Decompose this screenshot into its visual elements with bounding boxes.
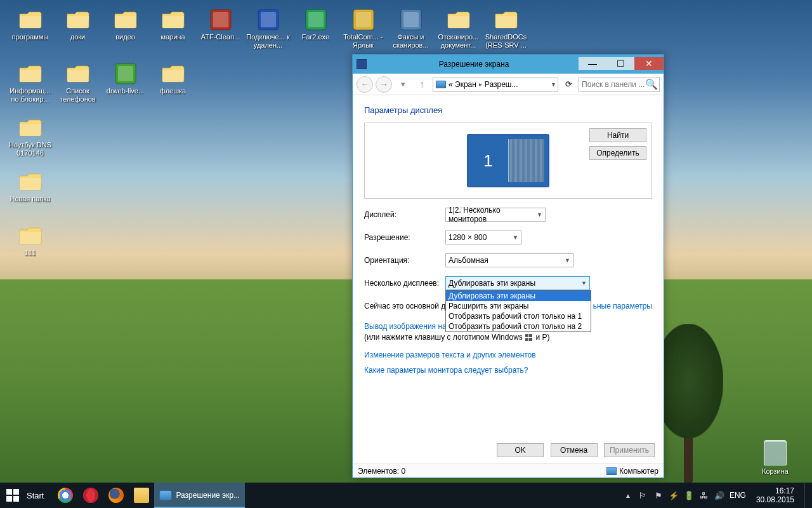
back-button[interactable]: ← xyxy=(357,76,373,93)
maximize-button[interactable]: ☐ xyxy=(606,57,634,70)
status-computer: Компьютер xyxy=(619,467,658,476)
search-icon: 🔍 xyxy=(645,78,658,90)
windows-key-icon xyxy=(525,334,534,342)
desktop-icon[interactable]: ATF-Clean... xyxy=(197,6,244,58)
desktop: программыдокивидеомаринаATF-Clean...Подк… xyxy=(0,0,812,508)
desktop-icon[interactable]: Новая папка xyxy=(6,168,54,220)
show-desktop-button[interactable] xyxy=(804,483,809,508)
svg-rect-9 xyxy=(403,12,419,27)
taskbar-active-window[interactable]: Разрешение экр... xyxy=(154,483,245,508)
tray-clock[interactable]: 16:17 30.08.2015 xyxy=(751,486,799,504)
titlebar[interactable]: Разрешение экрана — ☐ ✕ xyxy=(353,55,664,74)
atf-icon xyxy=(207,8,234,32)
minimize-button[interactable]: — xyxy=(579,57,606,70)
chevron-down-icon: ▼ xyxy=(565,257,570,264)
svg-rect-7 xyxy=(356,12,371,27)
breadcrumb-part-2[interactable]: Разреш... xyxy=(485,80,518,89)
tray-flag-icon[interactable]: 🏳 xyxy=(638,490,648,500)
drweb-icon xyxy=(112,62,139,86)
desktop-icon-label: SharedDOCs (RES-SRV ... xyxy=(483,33,529,50)
desktop-icon[interactable]: Список телефонов xyxy=(54,60,102,112)
folder-icon xyxy=(160,8,187,32)
desktop-icon[interactable]: программы xyxy=(6,6,54,58)
svg-rect-1 xyxy=(213,12,228,27)
recent-locations-button[interactable]: ▾ xyxy=(395,76,411,93)
desktop-icon[interactable]: Far2.exe xyxy=(292,6,339,58)
advanced-settings-link[interactable]: ьные параметры xyxy=(593,302,652,311)
address-dropdown-icon[interactable]: ▾ xyxy=(552,81,555,88)
desktop-icon[interactable]: Информац... по блокир... xyxy=(6,60,54,112)
multi-display-option[interactable]: Отобразить рабочий стол только на 1 xyxy=(446,311,591,321)
breadcrumb-part-1[interactable]: « Экран xyxy=(449,80,476,89)
start-button[interactable] xyxy=(0,483,25,508)
windows-logo-icon xyxy=(6,489,19,502)
desktop-icon[interactable]: флешка xyxy=(149,60,197,112)
tray-overflow-button[interactable]: ▲ xyxy=(623,490,633,500)
folder-icon xyxy=(17,170,44,194)
find-button[interactable]: Найти xyxy=(589,128,646,142)
tray-language[interactable]: ENG xyxy=(730,491,746,500)
taskbar-firefox[interactable] xyxy=(103,483,129,508)
up-button[interactable]: ↑ xyxy=(414,76,430,93)
folder-icon xyxy=(160,62,187,86)
desktop-icon-label: Far2.exe xyxy=(302,33,329,41)
tray-action-center-icon[interactable]: ⚑ xyxy=(653,490,664,500)
display-preview: 1 2 Найти Определить xyxy=(364,123,652,199)
desktop-icon[interactable]: доки xyxy=(54,6,102,58)
tc-icon xyxy=(350,8,377,32)
search-box[interactable]: 🔍 xyxy=(579,77,660,92)
search-input[interactable] xyxy=(582,80,645,89)
taskbar-opera[interactable] xyxy=(78,483,103,508)
display-select[interactable]: 1|2. Несколько мониторов▼ xyxy=(445,208,546,222)
folder-icon xyxy=(445,8,472,32)
cancel-button[interactable]: Отмена xyxy=(551,443,598,457)
content-area: Параметры дисплея 1 2 Найти Определить Д… xyxy=(353,95,664,437)
desktop-icon[interactable]: Ноутбук DNS 0170146 xyxy=(6,114,54,166)
dialog-buttons: OK Отмена Применить xyxy=(353,437,664,464)
resolution-select[interactable]: 812 × 508▼ xyxy=(445,231,521,244)
desktop-icon[interactable]: Отсканиро... документ... xyxy=(435,6,482,58)
detect-button[interactable]: Определить xyxy=(589,146,646,160)
desktop-icon[interactable]: Факсы и сканиров... xyxy=(387,6,435,58)
monitor-preview[interactable]: 1 2 xyxy=(467,134,549,187)
svg-rect-5 xyxy=(308,12,324,27)
resolution-window: Разрешение экрана — ☐ ✕ ← → ▾ ↑ « Экран … xyxy=(352,54,664,478)
desktop-icon[interactable]: SharedDOCs (RES-SRV ... xyxy=(482,6,530,58)
multi-display-option[interactable]: Расширить эти экраны xyxy=(446,301,591,311)
desktop-icon-label: Подключе... к удален... xyxy=(246,33,291,50)
taskbar-explorer[interactable] xyxy=(129,483,154,508)
taskbar-chrome[interactable] xyxy=(53,483,78,508)
desktop-icon-label: марина xyxy=(160,33,185,41)
recycle-bin[interactable]: Корзина xyxy=(756,440,794,475)
multi-display-option[interactable]: Отобразить рабочий стол только на 2 xyxy=(446,321,591,331)
system-tray: ▲ 🏳 ⚑ ⚡ 🔋 🖧 🔊 ENG 16:17 30.08.2015 xyxy=(623,483,812,508)
tray-network-icon[interactable]: 🖧 xyxy=(699,490,709,500)
status-bar: Элементов: 0 Компьютер xyxy=(353,464,664,478)
close-button[interactable]: ✕ xyxy=(634,57,664,70)
multi-display-option[interactable]: Дублировать эти экраны xyxy=(446,291,591,301)
folder-icon xyxy=(17,62,44,86)
window-title: Разрешение экрана xyxy=(369,60,579,69)
ok-button[interactable]: OK xyxy=(497,443,544,457)
desktop-icon-label: доки xyxy=(70,33,86,41)
desktop-icon[interactable]: марина xyxy=(149,6,197,58)
projector-link[interactable]: Вывод изображения на xyxy=(364,322,447,331)
refresh-button[interactable]: ⟳ xyxy=(561,77,576,92)
desktop-icon[interactable]: drweb-live... xyxy=(102,60,149,112)
firefox-icon xyxy=(108,488,124,503)
apply-button[interactable]: Применить xyxy=(604,443,655,457)
address-bar[interactable]: « Экран ▸ Разреш... ▾ xyxy=(433,77,558,92)
desktop-icon[interactable]: 111 xyxy=(6,222,54,274)
multi-display-select[interactable]: Дублировать эти экраны▼ Дублировать эти … xyxy=(445,276,590,290)
desktop-icon[interactable]: видео xyxy=(102,6,149,58)
which-settings-link[interactable]: Какие параметры монитора следует выбрать… xyxy=(364,366,528,375)
tray-power-icon[interactable]: ⚡ xyxy=(669,490,679,500)
tray-volume-icon[interactable]: 🔊 xyxy=(714,490,724,500)
desktop-icon[interactable]: TotalCom... - Ярлык xyxy=(339,6,387,58)
breadcrumb-chevron-icon: ▸ xyxy=(479,81,482,88)
desktop-icon[interactable]: Подключе... к удален... xyxy=(244,6,292,58)
forward-button[interactable]: → xyxy=(376,76,392,93)
tray-battery-icon[interactable]: 🔋 xyxy=(684,490,694,500)
orientation-select[interactable]: Альбомная▼ xyxy=(445,253,573,267)
resize-text-link[interactable]: Изменение размеров текста и других элеме… xyxy=(364,351,536,359)
